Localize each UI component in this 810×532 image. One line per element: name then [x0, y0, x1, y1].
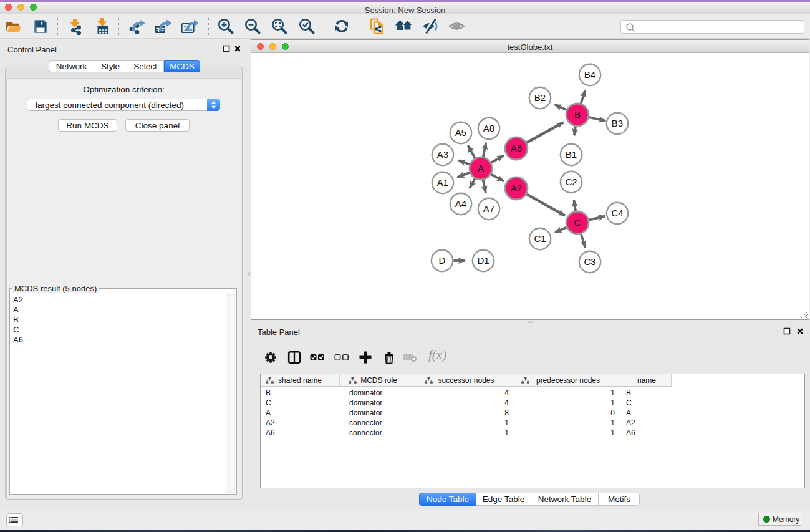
svg-text:A: A — [478, 163, 484, 173]
svg-text:A6: A6 — [511, 143, 522, 153]
svg-text:A5: A5 — [455, 127, 466, 138]
svg-text:C3: C3 — [584, 256, 595, 267]
svg-text:B1: B1 — [566, 149, 577, 160]
svg-text:B3: B3 — [612, 118, 623, 128]
svg-text:C4: C4 — [611, 208, 623, 218]
svg-text:B4: B4 — [584, 69, 595, 80]
svg-text:B2: B2 — [534, 92, 546, 103]
svg-text:A1: A1 — [437, 177, 448, 188]
svg-text:A3: A3 — [437, 149, 448, 160]
svg-text:C1: C1 — [534, 233, 546, 244]
svg-text:A2: A2 — [511, 183, 522, 193]
svg-text:A7: A7 — [483, 203, 494, 214]
svg-text:D1: D1 — [477, 255, 489, 266]
svg-text:B: B — [574, 109, 581, 120]
svg-text:A4: A4 — [455, 198, 466, 209]
svg-text:D: D — [439, 255, 446, 266]
svg-text:C: C — [574, 217, 581, 228]
svg-text:A8: A8 — [483, 123, 494, 133]
svg-text:C2: C2 — [565, 177, 577, 187]
